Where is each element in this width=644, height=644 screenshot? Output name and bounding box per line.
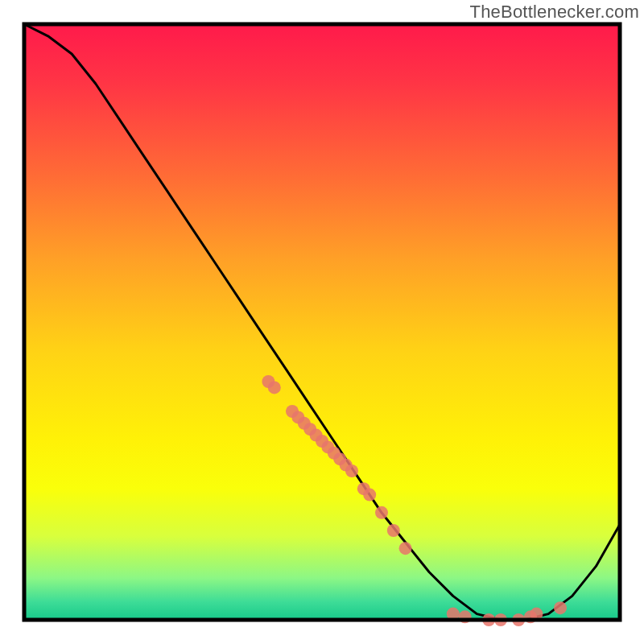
data-point — [363, 489, 376, 502]
chart-svg — [0, 0, 644, 644]
data-point — [399, 542, 412, 555]
data-point — [375, 506, 388, 519]
data-point — [268, 381, 281, 394]
plot-background — [24, 24, 620, 620]
data-point — [345, 464, 358, 477]
data-point — [387, 524, 400, 537]
chart-frame: TheBottlenecker.com — [0, 0, 644, 644]
watermark-text: TheBottlenecker.com — [470, 2, 639, 23]
data-point — [554, 601, 567, 614]
